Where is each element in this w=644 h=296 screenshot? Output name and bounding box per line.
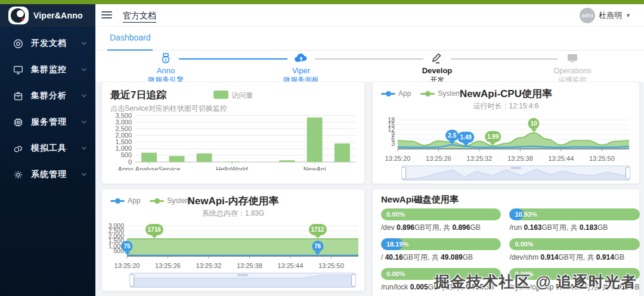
trace-legend[interactable]: 访问量 bbox=[102, 89, 364, 101]
sidebar-item-label: 服务管理 bbox=[31, 117, 81, 127]
datazoom-right-handle[interactable] bbox=[351, 274, 356, 286]
svg-text:1: 1 bbox=[165, 58, 167, 62]
data-marker-1712: 1712 bbox=[308, 224, 326, 235]
disk-caption: /run 0.163GB可用, 共 0.183GB bbox=[509, 223, 639, 233]
sidebar-item-label: 集群监控 bbox=[31, 64, 81, 75]
app-logo-icon bbox=[8, 7, 29, 24]
sidebar-item-label: 系统管理 bbox=[31, 169, 81, 180]
stepper-connector bbox=[179, 58, 287, 60]
main-area: Dashboard 1Anno微服务引擎Viper微服务面板Develop开发O… bbox=[95, 27, 644, 296]
memory-subtitle: 系统总内存：1.83G bbox=[102, 208, 364, 219]
logo-block[interactable]: Viper&Anno bbox=[0, 4, 95, 27]
sidebar-item-label: 模拟工具 bbox=[31, 143, 81, 154]
step-anno[interactable]: 1Anno微服务引擎 bbox=[124, 52, 208, 85]
card-cpu-usage: AppSystem NewApi-CPU使用率 运行时长：12:15:4:6 1… bbox=[372, 82, 640, 184]
menu-toggle-icon[interactable] bbox=[101, 11, 112, 20]
svg-text:2,500: 2,500 bbox=[115, 125, 132, 132]
svg-text:0: 0 bbox=[128, 158, 132, 166]
sidebar-item-服务管理[interactable]: 服务管理 bbox=[0, 109, 95, 135]
sidebar-item-系统管理[interactable]: 系统管理 bbox=[0, 161, 95, 188]
x-tick-label: 13:25:38 bbox=[507, 155, 533, 162]
svg-text:3: 3 bbox=[391, 140, 395, 147]
trace-bar-chart[interactable]: 05001,0001,5002,0002,5003,0003,500Anno.A… bbox=[107, 113, 360, 180]
step-operations[interactable]: Operations运维监控 bbox=[531, 52, 614, 85]
cpu-datazoom-slider[interactable] bbox=[401, 166, 630, 180]
sidebar-item-开发文档[interactable]: 开发文档 bbox=[0, 30, 95, 57]
sidebar-item-集群分析[interactable]: 集群分析 bbox=[0, 83, 95, 109]
step-develop[interactable]: Develop开发 bbox=[395, 52, 479, 85]
user-name: 杜燕明 bbox=[599, 10, 622, 21]
cpu-subtitle: 运行时长：12:15:4:6 bbox=[373, 101, 639, 111]
step-title: Anno bbox=[124, 66, 208, 75]
sidebar-item-模拟工具[interactable]: 模拟工具 bbox=[0, 135, 95, 161]
chevron-down-icon: ▼ bbox=[626, 13, 631, 18]
header-bar: Viper&Anno 官方文档 admi 杜燕明 ▼ bbox=[0, 4, 644, 27]
disk-item-/run: 10.93%/run 0.163GB可用, 共 0.183GB bbox=[509, 208, 639, 233]
data-marker-76: 76 bbox=[312, 241, 323, 252]
avatar: admi bbox=[580, 8, 595, 23]
workflow-stepper: 1Anno微服务引擎Viper微服务面板Develop开发Operations运… bbox=[95, 51, 644, 82]
chevron-down-icon bbox=[81, 172, 87, 177]
x-tick-label: 13:25:44 bbox=[277, 262, 303, 269]
service-manage-icon bbox=[13, 117, 23, 127]
x-tick-label: 13:25:38 bbox=[237, 262, 262, 269]
sidebar-item-label: 集群分析 bbox=[31, 91, 81, 101]
docs-icon bbox=[13, 39, 23, 49]
sidebar-menu: 开发文档集群监控集群分析服务管理模拟工具系统管理 bbox=[0, 27, 95, 188]
system-settings-icon bbox=[13, 170, 23, 180]
cluster-analysis-icon bbox=[13, 91, 23, 101]
datazoom-grip[interactable] bbox=[237, 274, 248, 276]
datazoom-right-handle[interactable] bbox=[626, 167, 630, 179]
trace-subtitle: 点击Service对应的柱状图可切换监控 bbox=[110, 104, 227, 114]
legend-swatch bbox=[213, 91, 228, 99]
step-title: Develop bbox=[395, 66, 479, 75]
data-marker-1.49: 1.49 bbox=[457, 132, 473, 143]
memory-datazoom-slider[interactable] bbox=[129, 273, 356, 288]
stepper-connector bbox=[451, 58, 558, 60]
stepper-connector bbox=[315, 58, 423, 60]
card-weekly-trace: 最近7日追踪 访问量 点击Service对应的柱状图可切换监控 05001,00… bbox=[101, 82, 365, 184]
disk-item-/dev: 0.00%/dev 0.896GB可用, 共 0.896GB bbox=[381, 208, 501, 233]
chevron-down-icon bbox=[81, 145, 87, 151]
sidebar: 开发文档集群监控集群分析服务管理模拟工具系统管理 bbox=[0, 27, 95, 296]
chevron-down-icon bbox=[81, 119, 87, 125]
x-tick-label: 13:25:44 bbox=[548, 155, 574, 162]
svg-text:NewApi: NewApi bbox=[304, 166, 326, 170]
sidebar-item-集群监控[interactable]: 集群监控 bbox=[0, 57, 95, 83]
x-tick-label: 13:25:20 bbox=[385, 155, 411, 162]
disk-usage-bar[interactable]: 10.93% bbox=[509, 208, 639, 220]
sidebar-item-label: 开发文档 bbox=[31, 38, 81, 49]
disk-usage-percent: 0.00% bbox=[386, 208, 405, 220]
disk-item-/: 18.19%/ 40.16GB可用, 共 49.089GB bbox=[381, 238, 501, 263]
x-tick-label: 13:25:50 bbox=[589, 155, 615, 162]
data-marker-10: 10 bbox=[528, 118, 540, 129]
datazoom-grip[interactable] bbox=[510, 167, 521, 169]
x-tick-label: 13:25:26 bbox=[426, 155, 451, 162]
app-root: Viper&Anno 官方文档 admi 杜燕明 ▼ 开发文档集群监控集群分析服… bbox=[0, 0, 644, 296]
watermark-text: 掘金技术社区 @ 追逐时光者 bbox=[434, 272, 637, 292]
disk-usage-bar[interactable]: 18.19% bbox=[381, 238, 501, 250]
disk-usage-bar[interactable]: 0.00% bbox=[509, 238, 639, 250]
card-memory-usage: AppSystem NewApi-内存使用率 系统总内存：1.83G 3,000… bbox=[101, 189, 365, 291]
svg-text:HelloWorld: HelloWorld bbox=[216, 166, 248, 170]
data-marker-75: 75 bbox=[121, 241, 132, 252]
tab-bar: Dashboard bbox=[95, 27, 644, 51]
chevron-down-icon bbox=[81, 93, 87, 99]
disk-usage-bar[interactable]: 0.00% bbox=[381, 208, 501, 220]
x-tick-label: 13:25:32 bbox=[196, 262, 222, 269]
svg-text:1,500: 1,500 bbox=[115, 138, 132, 145]
step-viper[interactable]: Viper微服务面板 bbox=[259, 52, 343, 85]
datazoom-left-handle[interactable] bbox=[129, 274, 134, 286]
top-green-strip bbox=[0, 0, 644, 4]
disk-usage-percent: 10.93% bbox=[515, 208, 537, 220]
svg-text:3,500: 3,500 bbox=[115, 113, 132, 119]
data-marker-2.5: 2.5 bbox=[445, 130, 459, 141]
user-menu[interactable]: admi 杜燕明 ▼ bbox=[580, 8, 631, 23]
legend-label: 访问量 bbox=[232, 91, 253, 99]
disk-usage-percent: 18.19% bbox=[386, 238, 408, 250]
step-title: Operations bbox=[531, 66, 614, 75]
official-docs-link[interactable]: 官方文档 bbox=[123, 11, 156, 23]
svg-text:2,000: 2,000 bbox=[115, 132, 132, 139]
datazoom-left-handle[interactable] bbox=[401, 167, 406, 179]
tab-dashboard[interactable]: Dashboard bbox=[110, 33, 151, 42]
